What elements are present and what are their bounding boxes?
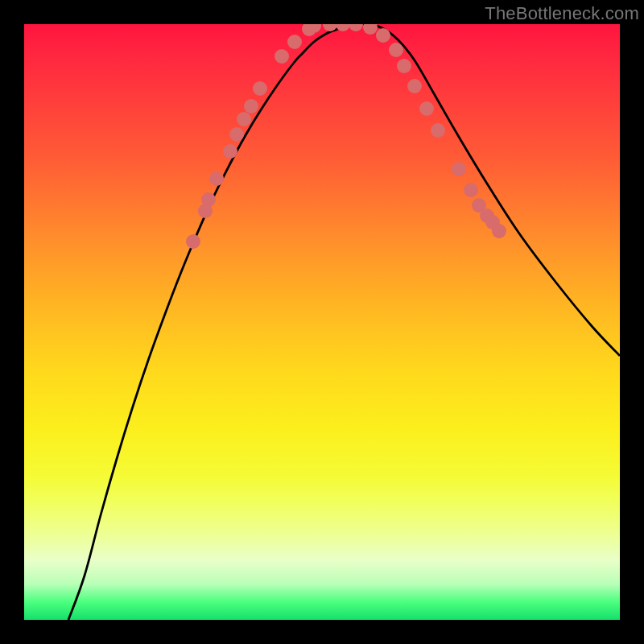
curve-dot (229, 127, 244, 142)
curve-dot (452, 162, 466, 176)
plot-area (24, 24, 620, 620)
curve-dot (376, 28, 390, 43)
curve-dot (287, 35, 302, 49)
curve-dot (389, 43, 403, 57)
curve-dot (419, 101, 434, 116)
curve-dot (464, 183, 478, 197)
curve-dot (492, 224, 506, 238)
curve-dot (209, 171, 224, 186)
curve-dot (244, 99, 258, 114)
curve-dot (186, 234, 200, 249)
curve-dot (407, 79, 422, 93)
curve-dot (363, 24, 378, 35)
chart-frame: TheBottleneck.com (0, 0, 644, 644)
chart-svg (24, 24, 620, 620)
curve-dot (336, 24, 350, 31)
bottleneck-curve (68, 24, 620, 620)
curve-dot (237, 112, 251, 126)
curve-dot (201, 192, 216, 207)
watermark-text: TheBottleneck.com (485, 3, 639, 24)
curve-dot (275, 49, 289, 64)
curve-dot (349, 24, 363, 31)
curve-dot (223, 144, 237, 159)
curve-dot (397, 59, 411, 73)
curve-dot (253, 81, 267, 96)
curve-dot (431, 123, 445, 138)
